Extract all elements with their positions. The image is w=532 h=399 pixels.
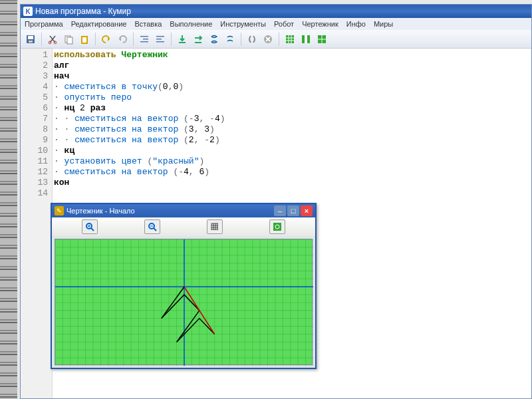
menu-info[interactable]: Инфо — [346, 20, 366, 28]
cut-button[interactable] — [45, 32, 60, 47]
menu-program[interactable]: Программа — [25, 20, 63, 28]
menu-run[interactable]: Выполнение — [170, 20, 212, 28]
drawer-title-text: Чертежник - Начало — [66, 207, 135, 215]
maximize-button[interactable]: □ — [287, 205, 299, 216]
svg-rect-8 — [82, 37, 86, 43]
svg-rect-9 — [140, 36, 148, 37]
stop-button[interactable] — [261, 32, 275, 47]
indent-button[interactable] — [137, 32, 152, 47]
toolbar — [21, 30, 531, 49]
svg-rect-18 — [286, 35, 294, 43]
svg-rect-14 — [156, 41, 164, 43]
svg-rect-16 — [195, 42, 201, 43]
svg-rect-10 — [143, 39, 148, 40]
app-icon: K — [23, 7, 33, 16]
drawer-titlebar[interactable]: ✎ Чертежник - Начало – □ × — [52, 204, 315, 217]
redo-button[interactable] — [115, 32, 130, 47]
step-into-button[interactable] — [175, 32, 190, 47]
menu-edit[interactable]: Редактирование — [71, 20, 127, 28]
toggle-grid-button[interactable] — [207, 219, 223, 234]
pause-button[interactable] — [245, 32, 259, 47]
svg-rect-24 — [273, 223, 281, 231]
grid1-button[interactable] — [283, 32, 297, 47]
drawer-canvas[interactable] — [55, 239, 313, 365]
outdent-button[interactable] — [153, 32, 168, 47]
titlebar[interactable]: K Новая программа - Кумир — [21, 5, 531, 18]
menubar: Программа Редактирование Вставка Выполне… — [21, 18, 531, 30]
paste-button[interactable] — [77, 32, 92, 47]
drawer-toolbar — [52, 217, 315, 236]
menu-drawer[interactable]: Чертежник — [302, 20, 338, 28]
grid2-button[interactable] — [299, 32, 313, 47]
svg-rect-13 — [156, 39, 162, 40]
copy-button[interactable] — [61, 32, 76, 47]
menu-robot[interactable]: Робот — [274, 20, 294, 28]
step-over-button[interactable] — [191, 32, 205, 47]
notebook-spiral — [0, 0, 17, 399]
window-title: Новая программа - Кумир — [35, 7, 131, 16]
svg-rect-2 — [29, 41, 33, 43]
menu-insert[interactable]: Вставка — [134, 20, 162, 28]
save-button[interactable] — [23, 32, 38, 47]
grid3-button[interactable] — [315, 32, 329, 47]
line-numbers: 1234567891011121314 — [21, 49, 53, 398]
zoom-in-button[interactable] — [82, 219, 98, 234]
plot — [55, 239, 313, 366]
drawer-icon: ✎ — [55, 206, 64, 215]
undo-button[interactable] — [99, 32, 114, 47]
fit-button[interactable] — [269, 219, 285, 234]
menu-tools[interactable]: Инструменты — [220, 20, 266, 28]
menu-worlds[interactable]: Миры — [374, 20, 393, 28]
svg-rect-15 — [179, 42, 186, 43]
minimize-button[interactable]: – — [274, 205, 286, 216]
svg-rect-20 — [305, 35, 307, 43]
drawer-window[interactable]: ✎ Чертежник - Начало – □ × — [51, 203, 317, 369]
svg-rect-12 — [156, 36, 164, 37]
svg-rect-11 — [140, 41, 148, 43]
zoom-out-button[interactable] — [144, 219, 160, 234]
run-button[interactable] — [207, 32, 221, 47]
run-fast-button[interactable] — [223, 32, 237, 47]
svg-rect-1 — [28, 36, 33, 39]
svg-rect-6 — [67, 37, 72, 44]
close-button[interactable]: × — [301, 205, 313, 216]
